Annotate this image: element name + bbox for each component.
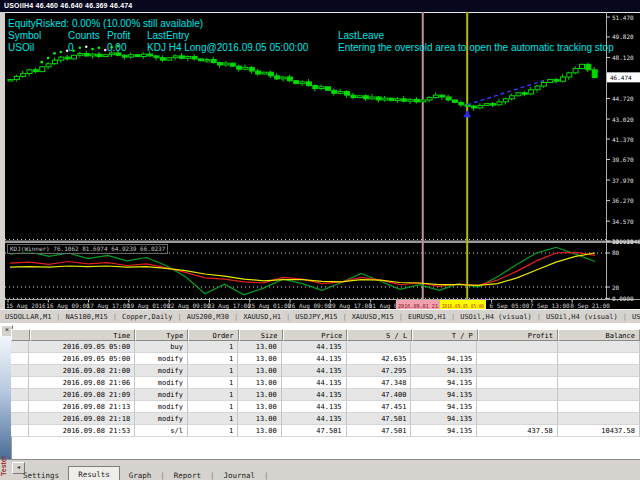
tab-report[interactable]: Report	[165, 470, 210, 480]
chart-title-text: USOilH4 46.460 46.640 46.369 46.474	[4, 2, 132, 9]
table-row[interactable]: 2016.09.05 05:00modify113.0044.13542.635…	[11, 353, 640, 365]
column-header[interactable]: Profit	[478, 329, 558, 341]
cell: 13.00	[238, 401, 282, 413]
svg-text:8 Sep 21:00: 8 Sep 21:00	[570, 302, 610, 310]
chart-tab[interactable]: Copper,Daily	[117, 313, 178, 321]
tab-journal[interactable]: Journal	[214, 470, 264, 480]
chart-tab[interactable]: AUS200,M30	[182, 313, 234, 321]
column-header[interactable]: Size	[239, 329, 283, 341]
table-row[interactable]: 2016.09.08 21:09modify113.0044.13547.400…	[11, 389, 640, 401]
symbol-value: USOil	[8, 42, 34, 53]
svg-text:49.820: 49.820	[612, 33, 634, 40]
svg-text:80: 80	[612, 249, 620, 256]
column-header[interactable]	[11, 329, 30, 341]
cell: 42.635	[347, 353, 412, 365]
date-axis[interactable]: 15 Aug 201616 Aug 09:0017 Aug 17:0019 Au…	[6, 300, 610, 309]
chart-backdrop	[0, 12, 640, 309]
svg-text:39.670: 39.670	[612, 156, 634, 163]
cell	[558, 377, 640, 389]
svg-text:7 Sep 13:00: 7 Sep 13:00	[530, 302, 570, 310]
chart-tab[interactable]: XAUUSD,H1	[238, 313, 286, 321]
column-header[interactable]: T / P	[412, 329, 478, 341]
price-chart[interactable]: 51.47049.82048.12044.72043.02041.37039.6…	[0, 12, 640, 309]
profit-header: Profit	[107, 30, 130, 41]
cell: 44.135	[282, 401, 347, 413]
chart-tab[interactable]: USDJPY,M15	[290, 313, 342, 321]
chart-tab[interactable]: EURUSD,H1	[403, 313, 451, 321]
last-leave-header: LastLeave	[338, 30, 384, 41]
svg-text:34.570: 34.570	[612, 218, 634, 225]
tab-graph[interactable]: Graph	[120, 470, 161, 480]
status-message: Entering the oversold area to open the a…	[338, 42, 614, 53]
cell	[477, 353, 557, 365]
svg-text:20: 20	[612, 284, 620, 291]
column-header[interactable]: Type	[135, 329, 188, 341]
tab-settings[interactable]: Settings	[14, 470, 68, 480]
column-header[interactable]: Time	[30, 329, 136, 341]
cell: modify	[135, 365, 188, 377]
cell	[558, 365, 640, 377]
cell: 13.00	[238, 425, 282, 437]
svg-text:44.720: 44.720	[612, 95, 634, 102]
cell: 94.135	[411, 413, 477, 425]
tab-results[interactable]: Results	[68, 466, 120, 480]
cell	[347, 341, 412, 353]
cell: 13.00	[238, 413, 282, 425]
chart-tab[interactable]: USDOLLAR,M1	[0, 313, 56, 321]
cell	[411, 341, 477, 353]
svg-text:100.1140: 100.1140	[612, 238, 640, 245]
table-row[interactable]: 2016.09.08 21:06modify113.0044.13547.348…	[11, 377, 640, 389]
cell: 1	[188, 413, 238, 425]
column-header[interactable]: S / L	[347, 329, 412, 341]
cell	[558, 353, 640, 365]
cell: 94.135	[411, 377, 477, 389]
cell	[477, 401, 557, 413]
cell: 2016.09.08 21:53	[29, 425, 135, 437]
table-row[interactable]: 2016.09.08 21:13modify113.0044.13547.451…	[11, 401, 640, 413]
cell	[11, 425, 29, 437]
last-entry-value: KDJ H4 Long@2016.09.05 05:00:00	[147, 42, 308, 53]
cell	[11, 389, 29, 401]
cell	[11, 365, 29, 377]
chart-tab[interactable]: USOil,H4 (visual)	[455, 313, 537, 321]
cell	[477, 413, 557, 425]
column-header[interactable]: Balance	[558, 329, 640, 341]
chart-tab[interactable]: USOil	[627, 313, 640, 321]
column-header[interactable]: Price	[283, 329, 348, 341]
svg-text:15 Aug 2016: 15 Aug 2016	[6, 302, 46, 310]
chart-tab[interactable]: USOil,H4 (visual)	[541, 313, 623, 321]
cell: 94.135	[411, 401, 477, 413]
chart-tab[interactable]: XAUUSD,M15	[347, 313, 399, 321]
cell	[11, 341, 29, 353]
results-panel: × TimeTypeOrderSizePriceS / LT / PProfit…	[0, 323, 640, 459]
cell	[558, 341, 640, 353]
table-row[interactable]: 2016.09.08 21:18modify113.0044.13547.501…	[11, 413, 640, 425]
cell: 1	[188, 353, 238, 365]
svg-text:17 Aug 17:00: 17 Aug 17:00	[87, 302, 131, 310]
cell: 44.135	[282, 389, 347, 401]
chart-tab[interactable]: NAS100,M15	[61, 313, 113, 321]
cell: 437.58	[477, 425, 557, 437]
cell: 13.00	[238, 341, 282, 353]
cell: 47.400	[347, 389, 412, 401]
cell: 94.135	[411, 389, 477, 401]
cell: 94.135	[411, 353, 477, 365]
tester-panel-tab[interactable]: Tester	[0, 452, 11, 480]
column-header[interactable]: Order	[188, 329, 238, 341]
table-row[interactable]: 2016.09.08 21:00modify113.0044.13547.295…	[11, 365, 640, 377]
cell: 2016.09.05 05:00	[29, 353, 135, 365]
svg-text:25 Aug 01:00: 25 Aug 01:00	[248, 302, 292, 310]
cell: 47.501	[282, 425, 347, 437]
cell: modify	[135, 401, 188, 413]
cell: 1	[188, 401, 238, 413]
cell: 2016.09.08 21:06	[29, 377, 135, 389]
cell: 1	[188, 341, 238, 353]
cell: 44.135	[282, 341, 347, 353]
cell	[477, 389, 557, 401]
cell: 1	[188, 365, 238, 377]
kdj-indicator-label: KDJ(Winner) 76.1062 81.6974 64.9239 66.0…	[7, 244, 168, 254]
table-row[interactable]: 2016.09.08 21:53s/l113.0047.50147.50194.…	[11, 425, 640, 437]
table-row[interactable]: 2016.09.05 05:00buy113.0044.135	[11, 341, 640, 353]
cell: s/l	[135, 425, 188, 437]
svg-text:46.474: 46.474	[610, 74, 632, 81]
